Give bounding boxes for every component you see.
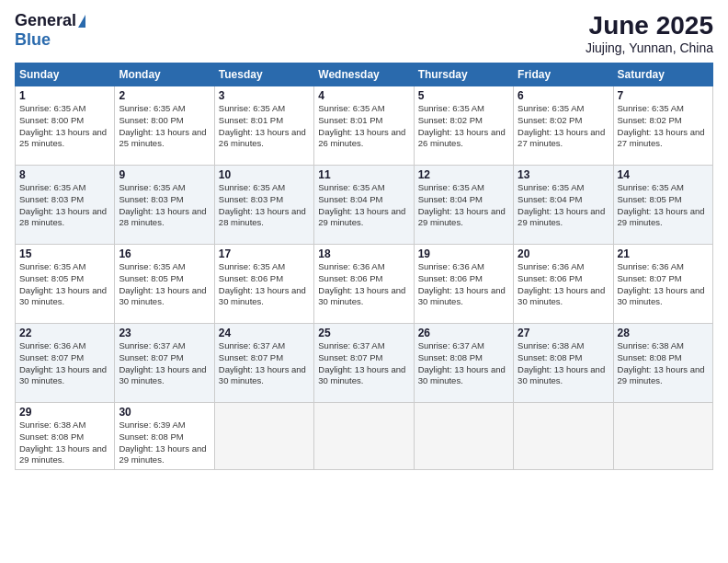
dow-header-tuesday: Tuesday [214, 63, 313, 86]
calendar-week-3: 15Sunrise: 6:35 AMSunset: 8:05 PMDayligh… [16, 245, 713, 324]
calendar-week-2: 8Sunrise: 6:35 AMSunset: 8:03 PMDaylight… [16, 166, 713, 245]
calendar-cell [514, 403, 613, 470]
calendar-cell: 5Sunrise: 6:35 AMSunset: 8:02 PMDaylight… [414, 86, 513, 166]
day-number: 7 [618, 89, 709, 102]
logo-triangle-icon [78, 15, 85, 28]
dow-header-thursday: Thursday [414, 63, 513, 86]
day-number: 17 [219, 247, 310, 260]
day-info: Sunrise: 6:35 AMSunset: 8:03 PMDaylight:… [19, 182, 110, 229]
day-number: 18 [318, 247, 409, 260]
calendar-cell: 18Sunrise: 6:36 AMSunset: 8:06 PMDayligh… [314, 245, 414, 324]
day-number: 29 [19, 406, 110, 419]
day-info: Sunrise: 6:35 AMSunset: 8:02 PMDaylight:… [618, 103, 709, 150]
calendar-cell: 14Sunrise: 6:35 AMSunset: 8:05 PMDayligh… [613, 166, 712, 245]
logo-blue-text: Blue [15, 30, 51, 50]
calendar-cell: 15Sunrise: 6:35 AMSunset: 8:05 PMDayligh… [16, 245, 115, 324]
calendar-title: June 2025 [586, 11, 713, 40]
calendar-cell: 22Sunrise: 6:36 AMSunset: 8:07 PMDayligh… [16, 324, 115, 403]
day-number: 26 [418, 327, 509, 339]
dow-header-sunday: Sunday [16, 63, 115, 86]
day-info: Sunrise: 6:35 AMSunset: 8:01 PMDaylight:… [219, 103, 310, 150]
day-info: Sunrise: 6:37 AMSunset: 8:08 PMDaylight:… [418, 340, 509, 387]
day-info: Sunrise: 6:36 AMSunset: 8:06 PMDaylight:… [418, 261, 509, 308]
day-info: Sunrise: 6:39 AMSunset: 8:08 PMDaylight:… [119, 419, 210, 466]
day-number: 22 [19, 327, 110, 339]
day-info: Sunrise: 6:37 AMSunset: 8:07 PMDaylight:… [119, 340, 210, 387]
calendar-cell: 17Sunrise: 6:35 AMSunset: 8:06 PMDayligh… [214, 245, 313, 324]
day-number: 9 [119, 168, 210, 181]
day-number: 6 [518, 89, 609, 102]
page: General Blue June 2025 Jiujing, Yunnan, … [0, 0, 728, 563]
day-info: Sunrise: 6:38 AMSunset: 8:08 PMDaylight:… [618, 340, 709, 387]
day-info: Sunrise: 6:35 AMSunset: 8:04 PMDaylight:… [318, 182, 409, 229]
day-info: Sunrise: 6:36 AMSunset: 8:07 PMDaylight:… [618, 261, 709, 308]
day-info: Sunrise: 6:35 AMSunset: 8:05 PMDaylight:… [618, 182, 709, 229]
calendar-cell [613, 403, 712, 470]
calendar-cell: 4Sunrise: 6:35 AMSunset: 8:01 PMDaylight… [314, 86, 414, 166]
calendar-cell: 29Sunrise: 6:38 AMSunset: 8:08 PMDayligh… [16, 403, 115, 470]
logo: General Blue [15, 11, 85, 50]
calendar-cell: 19Sunrise: 6:36 AMSunset: 8:06 PMDayligh… [414, 245, 513, 324]
day-info: Sunrise: 6:35 AMSunset: 8:03 PMDaylight:… [219, 182, 310, 229]
calendar-cell: 24Sunrise: 6:37 AMSunset: 8:07 PMDayligh… [214, 324, 313, 403]
day-number: 12 [418, 168, 509, 181]
header: General Blue June 2025 Jiujing, Yunnan, … [15, 11, 713, 55]
calendar-cell [214, 403, 313, 470]
calendar-cell: 6Sunrise: 6:35 AMSunset: 8:02 PMDaylight… [514, 86, 613, 166]
calendar-cell [314, 403, 414, 470]
calendar-cell: 8Sunrise: 6:35 AMSunset: 8:03 PMDaylight… [16, 166, 115, 245]
title-block: June 2025 Jiujing, Yunnan, China [586, 11, 713, 55]
calendar-cell: 13Sunrise: 6:35 AMSunset: 8:04 PMDayligh… [514, 166, 613, 245]
calendar-cell: 27Sunrise: 6:38 AMSunset: 8:08 PMDayligh… [514, 324, 613, 403]
calendar-cell: 28Sunrise: 6:38 AMSunset: 8:08 PMDayligh… [613, 324, 712, 403]
dow-header-monday: Monday [115, 63, 214, 86]
calendar-subtitle: Jiujing, Yunnan, China [586, 40, 713, 55]
calendar-cell [414, 403, 513, 470]
dow-header-saturday: Saturday [613, 63, 712, 86]
calendar-cell: 10Sunrise: 6:35 AMSunset: 8:03 PMDayligh… [214, 166, 313, 245]
day-info: Sunrise: 6:36 AMSunset: 8:06 PMDaylight:… [518, 261, 609, 308]
calendar-cell: 30Sunrise: 6:39 AMSunset: 8:08 PMDayligh… [115, 403, 214, 470]
day-info: Sunrise: 6:37 AMSunset: 8:07 PMDaylight:… [318, 340, 409, 387]
calendar-cell: 9Sunrise: 6:35 AMSunset: 8:03 PMDaylight… [115, 166, 214, 245]
day-info: Sunrise: 6:35 AMSunset: 8:00 PMDaylight:… [19, 103, 110, 150]
day-info: Sunrise: 6:35 AMSunset: 8:03 PMDaylight:… [119, 182, 210, 229]
day-number: 30 [119, 406, 210, 419]
calendar-cell: 16Sunrise: 6:35 AMSunset: 8:05 PMDayligh… [115, 245, 214, 324]
day-number: 3 [219, 89, 310, 102]
day-number: 23 [119, 327, 210, 339]
day-number: 13 [518, 168, 609, 181]
day-info: Sunrise: 6:35 AMSunset: 8:06 PMDaylight:… [219, 261, 310, 308]
day-number: 25 [318, 327, 409, 339]
calendar-cell: 1Sunrise: 6:35 AMSunset: 8:00 PMDaylight… [16, 86, 115, 166]
calendar-week-4: 22Sunrise: 6:36 AMSunset: 8:07 PMDayligh… [16, 324, 713, 403]
day-info: Sunrise: 6:35 AMSunset: 8:04 PMDaylight:… [518, 182, 609, 229]
day-info: Sunrise: 6:37 AMSunset: 8:07 PMDaylight:… [219, 340, 310, 387]
calendar-cell: 20Sunrise: 6:36 AMSunset: 8:06 PMDayligh… [514, 245, 613, 324]
day-number: 11 [318, 168, 409, 181]
day-info: Sunrise: 6:35 AMSunset: 8:05 PMDaylight:… [119, 261, 210, 308]
day-number: 27 [518, 327, 609, 339]
day-number: 2 [119, 89, 210, 102]
calendar-cell: 11Sunrise: 6:35 AMSunset: 8:04 PMDayligh… [314, 166, 414, 245]
day-of-week-row: SundayMondayTuesdayWednesdayThursdayFrid… [16, 63, 713, 86]
calendar-cell: 12Sunrise: 6:35 AMSunset: 8:04 PMDayligh… [414, 166, 513, 245]
day-info: Sunrise: 6:35 AMSunset: 8:01 PMDaylight:… [318, 103, 409, 150]
day-number: 19 [418, 247, 509, 260]
calendar-cell: 3Sunrise: 6:35 AMSunset: 8:01 PMDaylight… [214, 86, 313, 166]
day-number: 1 [19, 89, 110, 102]
day-info: Sunrise: 6:35 AMSunset: 8:00 PMDaylight:… [119, 103, 210, 150]
day-info: Sunrise: 6:35 AMSunset: 8:02 PMDaylight:… [518, 103, 609, 150]
calendar-cell: 7Sunrise: 6:35 AMSunset: 8:02 PMDaylight… [613, 86, 712, 166]
dow-header-wednesday: Wednesday [314, 63, 414, 86]
calendar-cell: 23Sunrise: 6:37 AMSunset: 8:07 PMDayligh… [115, 324, 214, 403]
dow-header-friday: Friday [514, 63, 613, 86]
calendar-week-1: 1Sunrise: 6:35 AMSunset: 8:00 PMDaylight… [16, 86, 713, 166]
day-number: 8 [19, 168, 110, 181]
day-number: 4 [318, 89, 409, 102]
day-info: Sunrise: 6:38 AMSunset: 8:08 PMDaylight:… [19, 419, 110, 466]
day-number: 16 [119, 247, 210, 260]
day-info: Sunrise: 6:38 AMSunset: 8:08 PMDaylight:… [518, 340, 609, 387]
day-info: Sunrise: 6:36 AMSunset: 8:06 PMDaylight:… [318, 261, 409, 308]
day-number: 15 [19, 247, 110, 260]
